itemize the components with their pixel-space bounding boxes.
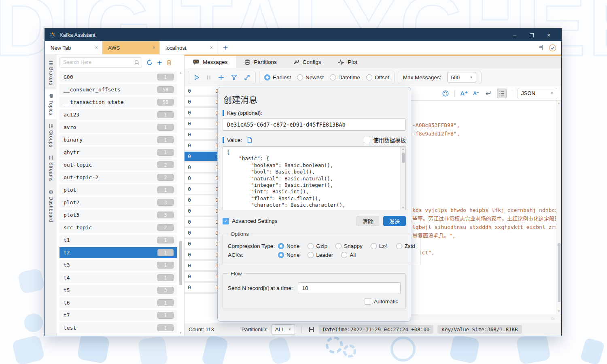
topic-row[interactable]: __consumer_offsets 50 bbox=[59, 84, 177, 95]
send-button[interactable]: 发送 bbox=[383, 216, 406, 226]
automatic-checkbox[interactable]: Automatic bbox=[365, 298, 398, 305]
topic-row[interactable]: t6 1 bbox=[59, 297, 177, 308]
partition-select[interactable]: ALL ▼ bbox=[272, 324, 295, 335]
editor-scrollbar[interactable]: ▲ ▼ bbox=[400, 147, 405, 210]
scroll-up-icon[interactable]: ▲ bbox=[401, 147, 405, 151]
scroll-down-icon[interactable]: ▼ bbox=[556, 309, 561, 313]
compression-radio[interactable]: Snappy bbox=[335, 243, 363, 249]
topic-row[interactable]: out-topic-2 2 bbox=[59, 172, 177, 183]
scrollbar-thumb[interactable] bbox=[179, 241, 182, 285]
topic-row[interactable]: t5 3 bbox=[59, 285, 177, 296]
sidebar-item-groups[interactable]: Groups bbox=[45, 119, 57, 151]
message-value-view[interactable]: -A0Bc853FFB99", -f8e9a3d12fFB", kds vyjc… bbox=[410, 101, 561, 314]
close-tab-icon[interactable]: × bbox=[95, 45, 98, 51]
connected-check-icon[interactable] bbox=[549, 44, 556, 52]
close-tab-icon[interactable]: × bbox=[153, 45, 155, 51]
search-icon[interactable] bbox=[134, 59, 140, 66]
topic-row[interactable]: ac123 1 bbox=[59, 109, 177, 120]
topic-row[interactable]: avro 1 bbox=[59, 122, 177, 133]
use-template-checkbox[interactable]: 使用数据模板 bbox=[364, 136, 406, 144]
topic-row[interactable]: t3 1 bbox=[59, 260, 177, 271]
tab-new-tab[interactable]: New Tab × bbox=[45, 41, 102, 54]
scrollbar-thumb[interactable] bbox=[558, 243, 560, 302]
minimize-button[interactable]: – bbox=[506, 29, 523, 41]
topic-row[interactable]: t4 1 bbox=[59, 272, 177, 283]
line-numbers-button[interactable] bbox=[497, 89, 507, 98]
acks-radio[interactable]: All bbox=[341, 252, 356, 258]
wrap-lines-button[interactable] bbox=[484, 90, 492, 96]
topic-row[interactable]: G00 1 bbox=[59, 72, 177, 83]
filter-button[interactable] bbox=[231, 74, 238, 81]
acks-radio[interactable]: Leader bbox=[308, 252, 333, 258]
topic-scrollbar[interactable]: ▲ ▼ bbox=[178, 71, 183, 335]
topic-row[interactable]: binary 1 bbox=[59, 134, 177, 145]
key-input[interactable] bbox=[223, 119, 406, 131]
topic-row[interactable]: t1 1 bbox=[59, 235, 177, 245]
topic-count-badge: 3 bbox=[157, 212, 174, 218]
topic-row[interactable]: plot3 3 bbox=[59, 210, 177, 220]
play-button[interactable] bbox=[193, 74, 200, 81]
delete-topic-button[interactable] bbox=[166, 59, 172, 66]
expand-button[interactable] bbox=[244, 74, 250, 81]
compression-radio[interactable]: Zstd bbox=[396, 243, 415, 249]
pin-icon[interactable] bbox=[537, 44, 544, 51]
refresh-button[interactable] bbox=[146, 59, 153, 66]
save-icon[interactable] bbox=[308, 326, 315, 333]
format-select[interactable]: JSON ▼ bbox=[518, 88, 557, 99]
offset-mode-radio[interactable]: Newest bbox=[297, 74, 324, 80]
scroll-up-icon[interactable]: ▲ bbox=[556, 102, 561, 105]
tab-localhost[interactable]: localhost × bbox=[160, 41, 217, 54]
topic-name: G00 bbox=[64, 74, 73, 80]
close-button[interactable]: × bbox=[540, 29, 557, 41]
theme-palette-button[interactable] bbox=[442, 90, 449, 97]
scrollbar-thumb[interactable] bbox=[402, 152, 405, 163]
viewer-scrollbar[interactable]: ▲ ▼ bbox=[556, 101, 561, 314]
compression-radio[interactable]: Gzip bbox=[308, 243, 327, 249]
tab-partitions[interactable]: Partitions bbox=[236, 56, 285, 68]
tab-aws[interactable]: AWS × bbox=[102, 41, 160, 54]
topic-row[interactable]: ghytr 1 bbox=[59, 147, 177, 158]
scroll-up-icon[interactable]: ▲ bbox=[178, 71, 183, 74]
sidebar-item-dashboard[interactable]: Dashboard bbox=[45, 186, 57, 226]
sidebar-item-brokers[interactable]: Brokers bbox=[45, 56, 57, 89]
compression-radio[interactable]: Lz4 bbox=[371, 243, 388, 249]
send-n-input[interactable] bbox=[298, 282, 401, 294]
font-increase-button[interactable]: A⁺ bbox=[460, 90, 468, 97]
pause-button[interactable] bbox=[206, 74, 212, 80]
add-message-button[interactable] bbox=[218, 74, 225, 81]
advanced-settings-checkbox[interactable]: ✓ Advanced Settings bbox=[223, 218, 278, 224]
add-tab-button[interactable]: + bbox=[217, 41, 233, 54]
compression-radio[interactable]: None bbox=[278, 243, 299, 249]
scroll-down-icon[interactable]: ▼ bbox=[178, 331, 183, 335]
search-input[interactable] bbox=[59, 57, 142, 68]
sidebar-item-streams[interactable]: Streams bbox=[45, 151, 57, 186]
scroll-down-icon[interactable]: ▼ bbox=[401, 206, 405, 210]
topic-row[interactable]: t7 1 bbox=[59, 310, 177, 321]
scroll-right-icon[interactable]: ▷ bbox=[552, 316, 555, 321]
offset-mode-radio[interactable]: Earliest bbox=[264, 74, 291, 80]
sidebar-item-topics[interactable]: Topics bbox=[45, 89, 57, 119]
topic-row[interactable]: test 1 bbox=[59, 322, 177, 333]
template-doc-icon[interactable] bbox=[246, 137, 253, 144]
topic-name: src-topic bbox=[64, 224, 92, 231]
tab-messages[interactable]: Messages bbox=[185, 56, 236, 68]
topic-row[interactable]: out-topic 2 bbox=[59, 159, 177, 170]
tab-plot[interactable]: Plot bbox=[329, 56, 365, 68]
max-messages-select[interactable]: 500 ▼ bbox=[447, 72, 476, 83]
acks-radio[interactable]: None bbox=[278, 252, 299, 258]
viewer-hscrollbar[interactable]: ▷ bbox=[410, 314, 561, 323]
tab-configs[interactable]: Configs bbox=[285, 56, 329, 68]
topic-row[interactable]: plot 1 bbox=[59, 184, 177, 195]
topic-row[interactable]: src-topic 2 bbox=[59, 222, 177, 233]
topic-row[interactable]: t2 1 bbox=[59, 247, 177, 258]
close-tab-icon[interactable]: × bbox=[210, 45, 213, 51]
topic-row[interactable]: __transaction_state 50 bbox=[59, 97, 177, 108]
font-decrease-button[interactable]: A⁻ bbox=[473, 91, 479, 96]
add-topic-button[interactable]: + bbox=[157, 58, 162, 67]
offset-mode-radio[interactable]: Offset bbox=[366, 74, 389, 80]
clear-button[interactable]: 清除 bbox=[357, 216, 379, 226]
topic-row[interactable]: plot2 3 bbox=[59, 197, 177, 208]
value-editor[interactable]: { "basic": { "boolean": Basic.boolean(),… bbox=[223, 146, 406, 210]
offset-mode-radio[interactable]: Datetime bbox=[330, 74, 360, 80]
maximize-button[interactable] bbox=[523, 29, 540, 41]
